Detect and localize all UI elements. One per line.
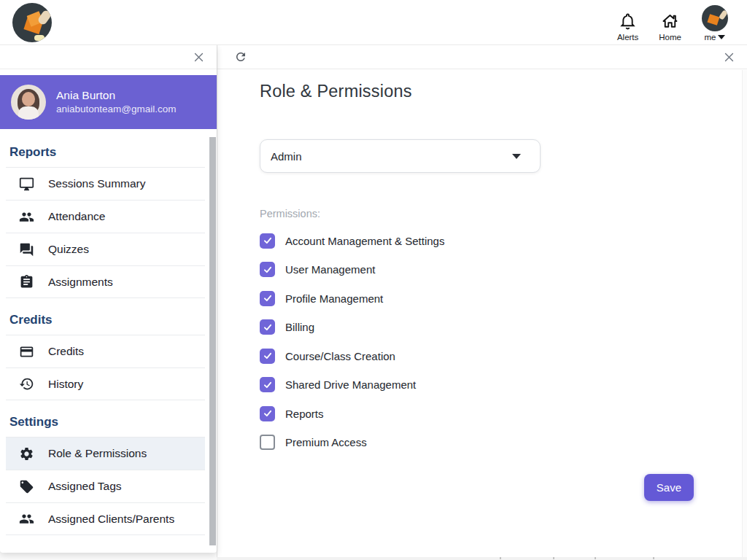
checkbox-account-management[interactable] xyxy=(260,233,275,249)
permission-row: Billing xyxy=(260,319,747,336)
section-title: Reports xyxy=(0,131,217,167)
permission-label: Shared Drive Management xyxy=(285,378,416,391)
people-icon xyxy=(19,209,34,225)
save-row: Save xyxy=(644,474,694,501)
me-menu[interactable]: me xyxy=(702,5,728,42)
sidebar-section-reports: Reports Sessions Summary Attendance xyxy=(0,131,217,298)
checkbox-premium-access[interactable] xyxy=(260,435,275,450)
checkbox-profile-management[interactable] xyxy=(260,291,275,306)
sidebar-toolbar xyxy=(0,45,217,69)
permission-label: Profile Management xyxy=(285,292,383,305)
credit-card-icon xyxy=(19,344,34,359)
sidebar-item-label: Attendance xyxy=(48,210,105,223)
permission-row: Profile Management xyxy=(260,289,747,307)
role-dropdown[interactable]: Admin xyxy=(260,139,541,173)
people-icon xyxy=(19,511,34,526)
permission-label: Reports xyxy=(285,408,324,420)
app-window: Alerts Home me xyxy=(0,0,747,560)
user-card: Ania Burton aniabutonteam@gmail.com xyxy=(0,75,217,129)
sidebar-item-history[interactable]: History xyxy=(6,368,205,400)
permissions-label: Permissions: xyxy=(260,208,747,219)
alerts-button[interactable]: Alerts xyxy=(617,12,638,42)
main-panel: Role & Permissions Admin Permissions: Ac… xyxy=(217,45,747,557)
permission-row: Shared Drive Management xyxy=(260,376,747,394)
home-icon xyxy=(660,12,680,31)
main-scrollbar[interactable] xyxy=(742,70,747,557)
me-label: me xyxy=(705,33,716,42)
app-logo[interactable] xyxy=(12,3,52,42)
refresh-icon[interactable] xyxy=(234,50,247,63)
sidebar-item-sessions-summary[interactable]: Sessions Summary xyxy=(6,167,205,200)
sidebar-item-label: Assigned Tags xyxy=(48,480,122,493)
permission-label: Account Management & Settings xyxy=(285,235,444,247)
permission-label: Course/Class Creation xyxy=(285,350,395,362)
bell-icon xyxy=(618,12,638,31)
home-button[interactable]: Home xyxy=(659,12,681,42)
permission-row: Reports xyxy=(260,405,747,422)
chevron-down-icon xyxy=(512,154,521,159)
sidebar-scrollbar[interactable] xyxy=(209,137,216,553)
scrollbar-thumb[interactable] xyxy=(209,137,216,545)
chevron-down-icon xyxy=(718,35,725,39)
monitor-icon xyxy=(19,176,34,192)
topbar-actions: Alerts Home me xyxy=(617,5,728,42)
sidebar-item-label: History xyxy=(48,378,83,391)
avatar xyxy=(11,85,46,120)
chat-icon xyxy=(19,242,34,257)
checkbox-shared-drive-management[interactable] xyxy=(260,377,275,392)
sidebar-item-role-permissions[interactable]: Role & Permissions xyxy=(6,437,205,470)
alerts-label: Alerts xyxy=(617,33,638,42)
permission-row: Premium Access xyxy=(260,434,747,451)
sidebar-menu: Reports Sessions Summary Attendance xyxy=(0,129,217,535)
sidebar-section-settings: Settings Role & Permissions Assigned Tag… xyxy=(0,400,217,535)
user-name: Ania Burton xyxy=(56,88,177,103)
sidebar-panel: Ania Burton aniabutonteam@gmail.com Repo… xyxy=(0,45,217,553)
page-title: Role & Permissions xyxy=(260,82,747,101)
permission-row: Account Management & Settings xyxy=(260,232,747,249)
checkbox-reports[interactable] xyxy=(260,406,275,421)
sidebar-item-label: Assignments xyxy=(48,276,113,289)
permission-label: User Management xyxy=(285,263,375,276)
main-toolbar xyxy=(217,45,747,69)
role-dropdown-value: Admin xyxy=(271,150,302,163)
sidebar-item-label: Quizzes xyxy=(48,243,89,256)
user-avatar xyxy=(702,5,728,31)
sidebar-item-credits[interactable]: Credits xyxy=(6,335,205,368)
sidebar-item-assigned-tags[interactable]: Assigned Tags xyxy=(6,470,205,502)
sidebar-item-label: Credits xyxy=(48,345,84,358)
checkbox-billing[interactable] xyxy=(260,319,275,335)
sidebar-item-quizzes[interactable]: Quizzes xyxy=(6,233,205,265)
close-icon[interactable] xyxy=(723,51,735,63)
user-email: aniabutonteam@gmail.com xyxy=(56,103,177,116)
permissions-list: Account Management & Settings User Manag… xyxy=(260,232,747,451)
sidebar-item-assigned-clients-parents[interactable]: Assigned Clients/Parents xyxy=(6,502,205,535)
sidebar-item-label: Assigned Clients/Parents xyxy=(48,513,174,526)
role-permissions-content: Role & Permissions Admin Permissions: Ac… xyxy=(217,69,747,451)
topbar: Alerts Home me xyxy=(0,0,747,45)
sidebar-item-label: Sessions Summary xyxy=(48,177,146,190)
permission-label: Premium Access xyxy=(285,436,367,448)
checkbox-user-management[interactable] xyxy=(260,262,275,277)
section-title: Settings xyxy=(0,400,217,437)
home-label: Home xyxy=(659,33,681,42)
permission-row: User Management xyxy=(260,261,747,279)
close-icon[interactable] xyxy=(193,51,205,63)
checkbox-course-class-creation[interactable] xyxy=(260,349,275,364)
clipboard-icon xyxy=(19,274,34,289)
permission-row: Course/Class Creation xyxy=(260,347,747,365)
gear-icon xyxy=(19,446,34,462)
permission-label: Billing xyxy=(285,321,314,333)
sidebar-section-credits: Credits Credits History xyxy=(0,298,217,400)
sidebar-item-attendance[interactable]: Attendance xyxy=(6,200,205,233)
tag-icon xyxy=(19,479,34,494)
save-button[interactable]: Save xyxy=(644,474,694,501)
section-title: Credits xyxy=(0,298,217,335)
sidebar-item-label: Role & Permissions xyxy=(48,447,147,460)
logo-shape xyxy=(34,35,44,41)
history-icon xyxy=(19,376,34,392)
sidebar-item-assignments[interactable]: Assignments xyxy=(6,265,205,298)
